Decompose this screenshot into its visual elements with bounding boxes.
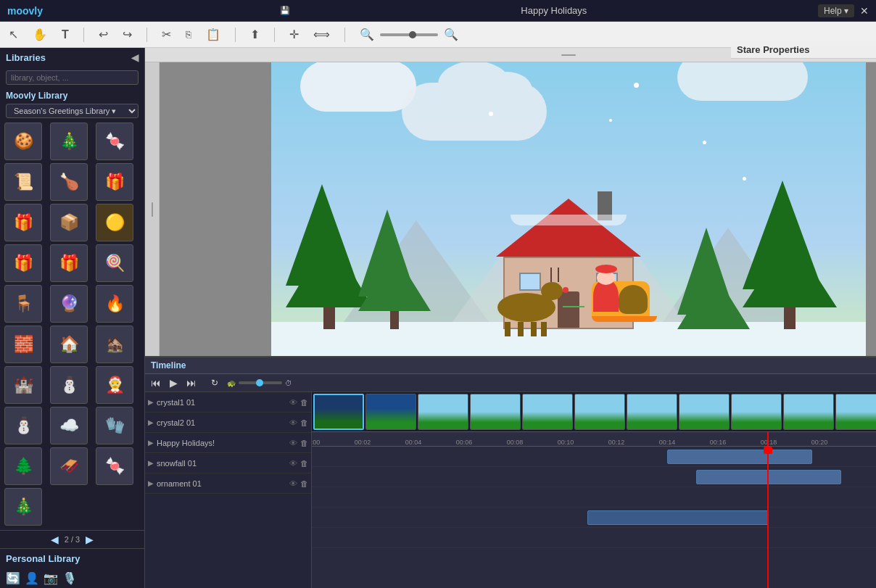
filmstrip-thumb-10[interactable]	[783, 394, 834, 430]
track-visibility-ornament[interactable]: 👁	[289, 479, 297, 488]
speed-slider[interactable]	[239, 381, 282, 384]
thumb-turkey[interactable]: 🍗	[50, 163, 88, 201]
thumb-gingerbread[interactable]: 🍪	[4, 123, 42, 160]
main-layout: Libraries ◀ Moovly Library Season's Gree…	[0, 48, 876, 588]
thumb-green-gift[interactable]: 🎁	[4, 244, 42, 282]
thumb-mrs-claus[interactable]: 🤶	[96, 366, 133, 404]
thumb-brown-gift[interactable]: 🎁	[50, 244, 88, 282]
topbar-right: Help ▾ ✕	[818, 4, 869, 17]
thumb-cabin[interactable]: 🏠	[50, 326, 88, 363]
thumb-purple-gift[interactable]: 🎁	[4, 204, 42, 241]
track-row-crystal2: ▶ crystal2 01 👁 🗑	[145, 413, 311, 433]
filmstrip-thumb-4[interactable]	[470, 394, 521, 430]
track-delete-snowfall[interactable]: 🗑	[300, 459, 308, 468]
zoom-out-button[interactable]: 🔍	[357, 26, 377, 43]
track-delete-ornament[interactable]: 🗑	[300, 479, 308, 488]
track-bar-crystal1[interactable]	[667, 450, 812, 464]
track-arrow-snowfall[interactable]: ▶	[148, 459, 154, 467]
loop-icon[interactable]: ↻	[211, 378, 218, 388]
zoom-in-button[interactable]: 🔍	[441, 26, 461, 43]
ruler-mark-18: 00:18	[761, 439, 777, 446]
play-button[interactable]: ▶	[170, 377, 178, 389]
thumb-snowman2[interactable]: ⛄	[4, 407, 42, 444]
search-input[interactable]	[6, 70, 139, 85]
filmstrip-thumb-6[interactable]	[574, 394, 625, 430]
track-arrow-crystal1[interactable]: ▶	[148, 398, 154, 406]
thumb-mittens[interactable]: 🧤	[96, 407, 133, 444]
next-page-button[interactable]: ▶	[86, 534, 94, 545]
stage-canvas-area[interactable]	[145, 62, 876, 356]
thumb-candy-stick[interactable]: 🍬	[96, 447, 133, 485]
filmstrip-thumb-5[interactable]	[522, 394, 573, 430]
thumb-table[interactable]: 🪑	[4, 285, 42, 323]
sidebar-collapse-icon[interactable]: ◀	[131, 52, 139, 63]
copy-tool[interactable]: ⎘	[183, 28, 194, 41]
thumb-snowball[interactable]: ☁️	[50, 407, 88, 444]
sep4	[274, 28, 275, 42]
thumb-candy-cane[interactable]: 🍬	[96, 123, 133, 160]
track-bar-snowfall[interactable]	[587, 510, 769, 525]
add-person-icon[interactable]: 👤	[25, 571, 39, 585]
prev-page-button[interactable]: ◀	[51, 534, 59, 545]
track-arrow-ornament[interactable]: ▶	[148, 479, 154, 487]
tree-right-1	[743, 181, 837, 329]
reindeer-sleigh	[497, 281, 657, 322]
text-tool[interactable]: T	[59, 27, 72, 43]
track-visibility-crystal2[interactable]: 👁	[289, 418, 297, 427]
track-name-happy: Happy Holidays!	[157, 439, 286, 447]
microphone-icon[interactable]: 🎙️	[62, 571, 77, 585]
cut-tool[interactable]: ✂	[159, 26, 174, 43]
undo-button[interactable]: ↩	[96, 26, 111, 43]
thumb-christmas-tree[interactable]: 🎄	[50, 123, 88, 160]
thumb-gift1[interactable]: 🎁	[96, 163, 133, 201]
help-button[interactable]: Help ▾	[818, 4, 854, 17]
thumb-yellow-box[interactable]: 🟡	[96, 204, 133, 241]
filmstrip-thumb-2[interactable]	[365, 394, 416, 430]
track-bar-crystal2[interactable]	[696, 470, 841, 484]
thumb-candy[interactable]: 🍭	[96, 244, 133, 282]
library-dropdown[interactable]: Season's Greetings Library ▾	[6, 104, 139, 118]
export-button[interactable]: ⬆	[247, 26, 263, 43]
timeline-ruler[interactable]: 00:00 00:02 00:04 00:06 00:08 00:10 00:1…	[312, 432, 876, 447]
thumb-shed[interactable]: 🏚️	[96, 326, 133, 363]
thumb-wood[interactable]: 🧱	[4, 326, 42, 363]
track-arrow-happy[interactable]: ▶	[148, 439, 154, 447]
thumb-blue-gift[interactable]: 📦	[50, 204, 88, 241]
filmstrip-thumb-11[interactable]	[835, 394, 876, 430]
track-visibility-snowfall[interactable]: 👁	[289, 459, 297, 468]
track-visibility-happy[interactable]: 👁	[289, 439, 297, 447]
track-delete-crystal1[interactable]: 🗑	[300, 398, 308, 407]
fast-forward-button[interactable]: ⏭	[186, 377, 197, 389]
track-delete-crystal2[interactable]: 🗑	[300, 418, 308, 427]
thumb-fireplace[interactable]: 🔥	[96, 285, 133, 323]
track-arrow-crystal2[interactable]: ▶	[148, 418, 154, 426]
thumb-ornament[interactable]: 🔮	[50, 285, 88, 323]
stage-left-handle	[145, 62, 160, 356]
close-button[interactable]: ✕	[860, 5, 869, 17]
filmstrip-thumb-3[interactable]	[418, 394, 468, 430]
track-delete-happy[interactable]: 🗑	[300, 439, 308, 447]
thumb-pine-small[interactable]: 🌲	[4, 447, 42, 485]
refresh-icon[interactable]: 🔄	[6, 571, 20, 585]
camera-icon[interactable]: 📷	[44, 571, 58, 585]
thumb-castle[interactable]: 🏰	[4, 366, 42, 404]
filmstrip-thumb-7[interactable]	[627, 394, 677, 430]
sep3	[235, 28, 236, 42]
cursor-tool[interactable]: ↖	[6, 26, 21, 43]
zoom-slider[interactable]	[380, 33, 438, 36]
tree-right-2	[677, 228, 750, 329]
redo-button[interactable]: ↪	[120, 26, 135, 43]
thumb-pine-tree[interactable]: 🎄	[4, 488, 42, 526]
flip-h-icon[interactable]: ⟺	[310, 26, 333, 43]
thumb-scroll[interactable]: 📜	[4, 163, 42, 201]
thumb-sled[interactable]: 🛷	[50, 447, 88, 485]
thumb-snowman1[interactable]: ⛄	[50, 366, 88, 404]
paste-tool[interactable]: 📋	[203, 26, 223, 43]
rewind-button[interactable]: ⏮	[151, 377, 161, 389]
track-visibility-crystal1[interactable]: 👁	[289, 398, 297, 407]
hand-tool[interactable]: ✋	[30, 26, 50, 43]
filmstrip-thumb-1[interactable]	[313, 394, 364, 430]
filmstrip-thumb-9[interactable]	[731, 394, 782, 430]
filmstrip-thumb-8[interactable]	[679, 394, 730, 430]
move-icon[interactable]: ✛	[286, 26, 302, 43]
